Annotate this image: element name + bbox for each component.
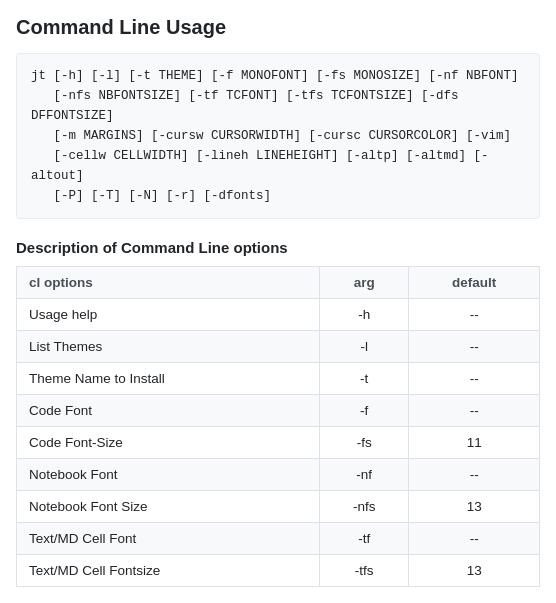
cell-default: 13: [409, 491, 540, 523]
table-row: Text/MD Cell Font-tf--: [17, 523, 540, 555]
table-row: Code Font-Size-fs11: [17, 427, 540, 459]
col-header-default: default: [409, 267, 540, 299]
cell-option: Theme Name to Install: [17, 363, 320, 395]
table-row: List Themes-l--: [17, 331, 540, 363]
table-row: Theme Name to Install-t--: [17, 363, 540, 395]
table-header-row: cl options arg default: [17, 267, 540, 299]
cell-option: List Themes: [17, 331, 320, 363]
cell-option: Notebook Font Size: [17, 491, 320, 523]
cell-default: 13: [409, 555, 540, 587]
cell-arg: -t: [319, 363, 409, 395]
cell-arg: -tfs: [319, 555, 409, 587]
cell-arg: -nf: [319, 459, 409, 491]
cell-default: --: [409, 363, 540, 395]
description-title: Description of Command Line options: [16, 239, 540, 256]
col-header-option: cl options: [17, 267, 320, 299]
cell-default: 11: [409, 427, 540, 459]
cell-arg: -fs: [319, 427, 409, 459]
page-title: Command Line Usage: [16, 16, 540, 39]
cell-default: --: [409, 299, 540, 331]
options-table: cl options arg default Usage help-h--Lis…: [16, 266, 540, 587]
cell-option: Usage help: [17, 299, 320, 331]
table-row: Code Font-f--: [17, 395, 540, 427]
cell-arg: -l: [319, 331, 409, 363]
cell-option: Text/MD Cell Fontsize: [17, 555, 320, 587]
table-row: Notebook Font Size-nfs13: [17, 491, 540, 523]
cell-option: Code Font-Size: [17, 427, 320, 459]
cell-arg: -f: [319, 395, 409, 427]
cell-default: --: [409, 523, 540, 555]
cell-option: Text/MD Cell Font: [17, 523, 320, 555]
table-row: Usage help-h--: [17, 299, 540, 331]
cell-arg: -nfs: [319, 491, 409, 523]
cell-default: --: [409, 331, 540, 363]
col-header-arg: arg: [319, 267, 409, 299]
cell-default: --: [409, 459, 540, 491]
table-row: Notebook Font-nf--: [17, 459, 540, 491]
code-block: jt [-h] [-l] [-t THEME] [-f MONOFONT] [-…: [16, 53, 540, 219]
cell-arg: -tf: [319, 523, 409, 555]
cell-arg: -h: [319, 299, 409, 331]
cell-option: Notebook Font: [17, 459, 320, 491]
cell-option: Code Font: [17, 395, 320, 427]
cell-default: --: [409, 395, 540, 427]
table-row: Text/MD Cell Fontsize-tfs13: [17, 555, 540, 587]
